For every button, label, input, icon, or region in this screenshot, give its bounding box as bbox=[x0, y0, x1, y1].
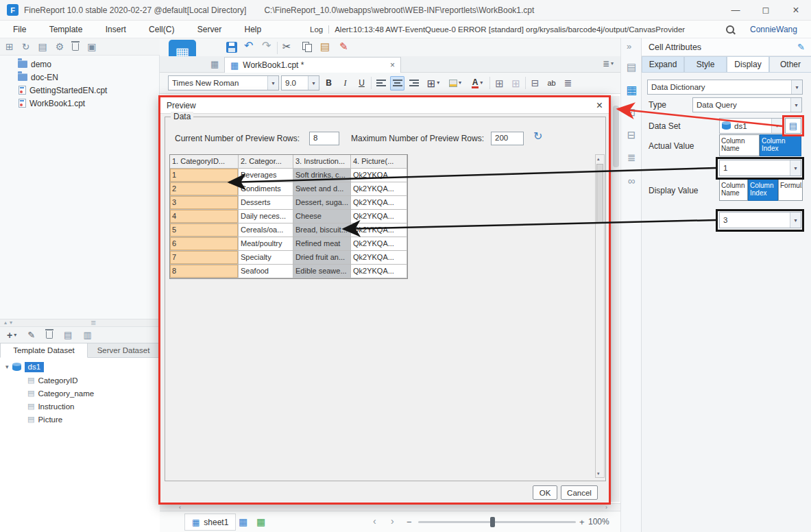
cell[interactable]: 7 bbox=[170, 251, 239, 265]
table-vertical-scrollbar[interactable]: ▴ ▾ bbox=[595, 154, 605, 478]
ok-button[interactable]: OK bbox=[533, 485, 557, 500]
menu-file[interactable]: File bbox=[3, 21, 36, 38]
add-grid-sheet-icon[interactable]: ▦ bbox=[239, 517, 247, 527]
add-dataset-button[interactable]: + ▾ bbox=[7, 330, 16, 340]
tree-item-doc-en[interactable]: doc-EN bbox=[0, 71, 160, 84]
preview-dataset-button[interactable]: ▤ bbox=[785, 118, 801, 134]
scroll-left-icon[interactable]: ‹ bbox=[179, 505, 181, 511]
cell[interactable]: Refined meat bbox=[293, 237, 351, 251]
dataset-field-categoryname[interactable]: ▤ Category_name bbox=[0, 387, 160, 400]
cell[interactable]: 4 bbox=[170, 210, 239, 223]
zoom-percent[interactable]: 100% bbox=[588, 517, 609, 527]
cell[interactable]: 2 bbox=[170, 182, 239, 196]
row-height-button[interactable]: ⊟ bbox=[528, 76, 542, 90]
tree-item-demo[interactable]: demo bbox=[0, 58, 160, 71]
widget-settings-icon[interactable]: ⊟ bbox=[623, 127, 640, 143]
preview-dataset2-icon[interactable]: ▥ bbox=[83, 330, 91, 339]
align-center-button[interactable] bbox=[390, 76, 404, 90]
collapse-panel-icon[interactable]: » bbox=[627, 42, 631, 51]
cell[interactable]: Beverages bbox=[239, 169, 293, 182]
align-right-button[interactable] bbox=[407, 76, 421, 90]
cell[interactable]: Condiments bbox=[239, 182, 293, 196]
cell[interactable]: Qk2YKQA... bbox=[351, 169, 407, 182]
data-dictionary-select[interactable]: Data Dictionary ▾ bbox=[647, 80, 803, 95]
next-sheet-icon[interactable]: › bbox=[391, 516, 394, 526]
panel-splitter[interactable]: ▴ ▾ ≣ bbox=[0, 319, 160, 327]
align-left-button[interactable] bbox=[374, 76, 388, 90]
cell[interactable]: Desserts bbox=[239, 196, 293, 210]
zoom-slider-handle[interactable] bbox=[490, 517, 495, 527]
menu-template[interactable]: Template bbox=[39, 21, 93, 38]
cell[interactable]: Dessert, suga... bbox=[293, 196, 351, 210]
delete-dataset-icon[interactable] bbox=[46, 331, 53, 339]
scrollbar-thumb[interactable] bbox=[613, 106, 619, 167]
duplicate-icon[interactable]: ▣ bbox=[87, 42, 96, 51]
font-size-select[interactable]: 9.0 ▾ bbox=[281, 75, 319, 90]
cell[interactable]: Qk2YKQA... bbox=[351, 210, 407, 223]
dataset-root-ds1[interactable]: ▾ ds1 bbox=[0, 361, 160, 374]
search-icon[interactable] bbox=[725, 25, 736, 37]
scroll-down-icon[interactable]: ▾ bbox=[597, 471, 600, 476]
tab-other[interactable]: Other bbox=[769, 56, 811, 73]
tab-display[interactable]: Display bbox=[727, 56, 769, 73]
dataset-field-picture[interactable]: ▤ Picture bbox=[0, 413, 160, 426]
edit-pencil-icon[interactable]: ✎ bbox=[797, 43, 805, 51]
cancel-button[interactable]: Cancel bbox=[561, 485, 598, 500]
collapse-up-icon[interactable]: ▴ bbox=[4, 320, 7, 326]
cell[interactable]: Sweet and d... bbox=[293, 182, 351, 196]
cell[interactable]: 8 bbox=[170, 265, 239, 278]
cell-element-icon[interactable]: ⊡ bbox=[623, 104, 640, 121]
current-rows-input[interactable]: 8 bbox=[309, 132, 339, 145]
tab-style[interactable]: Style bbox=[684, 56, 727, 73]
dataset-field-categoryid[interactable]: ▤ CategoryID bbox=[0, 374, 160, 387]
paste-icon[interactable]: ▤ bbox=[320, 41, 330, 51]
merge-cells-button[interactable]: ⊞ bbox=[492, 76, 507, 90]
cell[interactable]: Daily neces... bbox=[239, 210, 293, 223]
save-icon[interactable] bbox=[226, 42, 237, 55]
display-column-index-option[interactable]: Column Index bbox=[748, 179, 778, 201]
zoom-out-icon[interactable]: − bbox=[407, 518, 412, 527]
underline-button[interactable]: U bbox=[354, 76, 369, 90]
max-rows-input[interactable]: 200 bbox=[491, 132, 524, 145]
tab-expand[interactable]: Expand bbox=[642, 56, 684, 73]
cell[interactable]: Edible seawe... bbox=[293, 265, 351, 278]
display-column-name-option[interactable]: Column Name bbox=[719, 179, 748, 201]
cell[interactable]: Cheese bbox=[293, 210, 351, 223]
close-button[interactable]: × bbox=[781, 0, 811, 21]
refresh-preview-icon[interactable]: ↻ bbox=[533, 131, 542, 142]
settings-gear-icon[interactable]: ⚙ bbox=[56, 42, 64, 51]
preview-dataset-icon[interactable]: ▤ bbox=[64, 330, 72, 339]
redo-icon[interactable]: ↷ bbox=[262, 40, 271, 51]
menu-help[interactable]: Help bbox=[234, 21, 271, 38]
scroll-up-icon[interactable]: ▴ bbox=[597, 156, 600, 161]
copy-icon[interactable] bbox=[302, 42, 311, 53]
cell[interactable]: Dried fruit an... bbox=[293, 251, 351, 265]
cell[interactable]: Bread, biscuit... bbox=[293, 223, 351, 237]
report-header-icon[interactable]: ▤ bbox=[623, 59, 640, 75]
cell[interactable]: 3 bbox=[170, 196, 239, 210]
cell[interactable]: Qk2YKQA... bbox=[351, 182, 407, 196]
delete-icon[interactable] bbox=[72, 43, 79, 51]
unmerge-cells-button[interactable]: ⊞ bbox=[509, 76, 523, 90]
cell[interactable]: Specialty bbox=[239, 251, 293, 265]
cell[interactable]: Qk2YKQA... bbox=[351, 237, 407, 251]
sheet-tab-sheet1[interactable]: ▦ sheet1 bbox=[184, 513, 236, 531]
dataset-select[interactable]: ds1 ▾ bbox=[719, 118, 783, 134]
hyperlink-icon[interactable]: ∞ bbox=[623, 172, 640, 189]
edit-dataset-icon[interactable]: ✎ bbox=[27, 330, 35, 339]
wrap-text-button[interactable]: ≣ bbox=[561, 76, 575, 90]
tree-item-gettingstarted[interactable]: GettingStartedEN.cpt bbox=[0, 84, 160, 97]
condition-attributes-icon[interactable]: ≣ bbox=[623, 149, 640, 166]
actual-index-select[interactable]: 1 ▾ bbox=[719, 160, 801, 176]
cell[interactable]: Cereals/oa... bbox=[239, 223, 293, 237]
tab-template-dataset[interactable]: Template Dataset bbox=[0, 343, 88, 358]
menu-cell[interactable]: Cell(C) bbox=[138, 21, 184, 38]
zoom-slider-track[interactable] bbox=[418, 521, 576, 523]
template-list-icon[interactable]: ▦ bbox=[210, 60, 219, 69]
dialog-titlebar[interactable]: Preview × bbox=[160, 97, 609, 114]
maximize-button[interactable]: ◻ bbox=[751, 0, 781, 21]
cell[interactable]: 1 bbox=[170, 169, 239, 182]
scrollbar-thumb[interactable] bbox=[596, 164, 603, 223]
italic-button[interactable]: I bbox=[338, 76, 352, 90]
tab-list-dropdown-icon[interactable]: ≣ ▾ bbox=[603, 60, 614, 68]
